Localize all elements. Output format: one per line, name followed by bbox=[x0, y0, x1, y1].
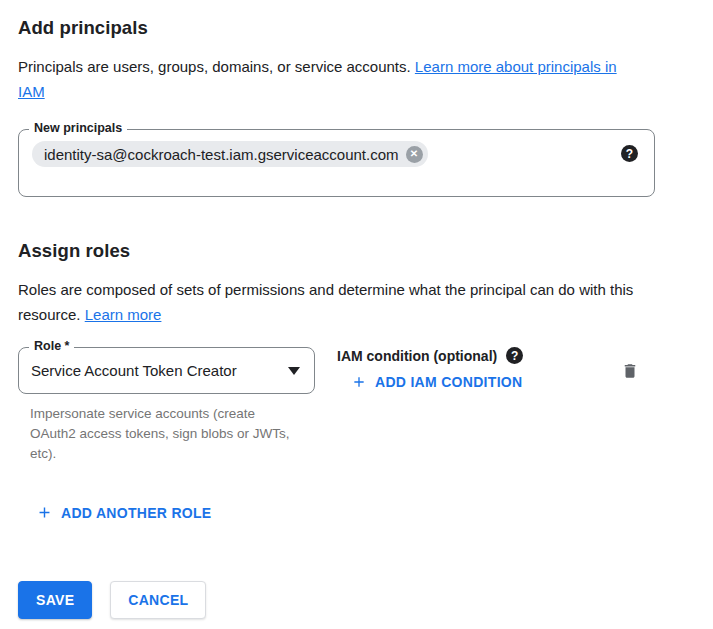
add-another-role-button[interactable]: ADD ANOTHER ROLE bbox=[30, 500, 218, 525]
add-iam-condition-label: ADD IAM CONDITION bbox=[375, 374, 522, 390]
cancel-button[interactable]: CANCEL bbox=[110, 581, 206, 619]
dialog-actions: SAVE CANCEL bbox=[18, 581, 713, 619]
help-icon[interactable]: ? bbox=[506, 347, 523, 364]
plus-icon bbox=[36, 504, 53, 521]
learn-more-roles-link[interactable]: Learn more bbox=[85, 306, 162, 323]
iam-condition-column: IAM condition (optional) ? ADD IAM CONDI… bbox=[337, 347, 619, 394]
iam-condition-header: IAM condition (optional) ? bbox=[337, 347, 619, 364]
add-another-role-label: ADD ANOTHER ROLE bbox=[61, 505, 212, 521]
role-column: Role * Service Account Token Creator Imp… bbox=[18, 347, 315, 464]
add-principals-panel: Add principals Principals are users, gro… bbox=[0, 0, 713, 629]
intro-text: Principals are users, groups, domains, o… bbox=[18, 54, 638, 104]
save-button[interactable]: SAVE bbox=[18, 581, 92, 619]
plus-icon bbox=[351, 374, 367, 390]
delete-role-button[interactable] bbox=[619, 359, 641, 386]
new-principals-field[interactable]: New principals identity-sa@cockroach-tes… bbox=[18, 129, 655, 197]
principal-chip: identity-sa@cockroach-test.iam.gservicea… bbox=[32, 141, 428, 167]
trash-icon bbox=[621, 361, 639, 384]
iam-condition-label: IAM condition (optional) bbox=[337, 348, 497, 364]
dropdown-arrow-icon bbox=[288, 367, 300, 375]
role-select[interactable]: Role * Service Account Token Creator bbox=[18, 347, 315, 394]
role-selected-value: Service Account Token Creator bbox=[19, 362, 288, 379]
role-helper-text: Impersonate service accounts (create OAu… bbox=[30, 404, 302, 464]
page-title: Add principals bbox=[18, 16, 713, 40]
chip-close-icon[interactable]: ✕ bbox=[406, 146, 423, 163]
help-icon[interactable]: ? bbox=[621, 145, 638, 162]
principal-chip-value: identity-sa@cockroach-test.iam.gservicea… bbox=[44, 146, 399, 163]
role-label: Role * bbox=[29, 339, 74, 353]
new-principals-label: New principals bbox=[29, 121, 127, 135]
role-row: Role * Service Account Token Creator Imp… bbox=[18, 347, 655, 464]
assign-roles-text: Roles are composed of sets of permission… bbox=[18, 277, 638, 327]
assign-roles-title: Assign roles bbox=[18, 239, 713, 263]
intro-text-static: Principals are users, groups, domains, o… bbox=[18, 58, 411, 75]
add-iam-condition-button[interactable]: ADD IAM CONDITION bbox=[345, 370, 528, 394]
